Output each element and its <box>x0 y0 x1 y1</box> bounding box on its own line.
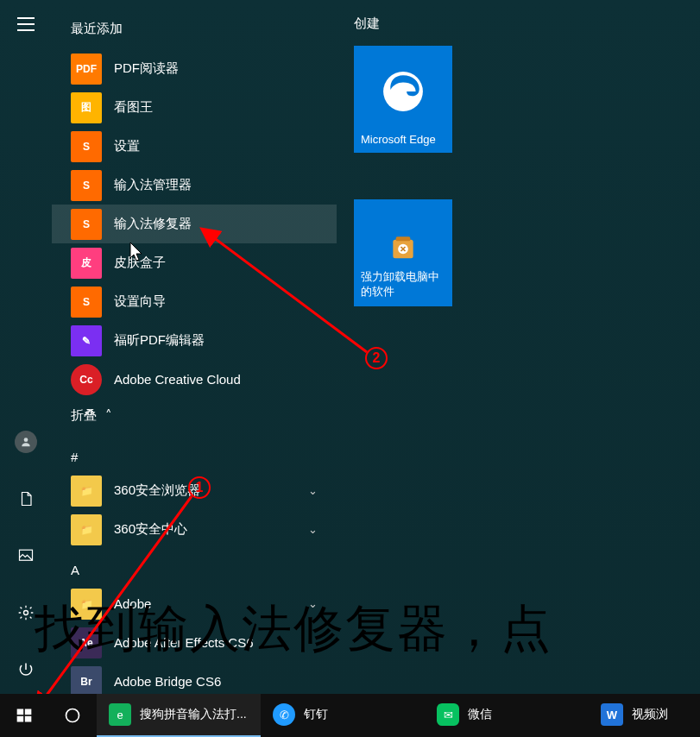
app-label: PDF阅读器 <box>114 60 179 77</box>
app-pdf-reader[interactable]: PDF PDF阅读器 <box>52 49 337 88</box>
chevron-up-icon: ˄ <box>105 407 112 422</box>
svg-rect-8 <box>25 709 32 715</box>
svg-point-2 <box>24 611 28 615</box>
tile-label: Microsoft Edge <box>361 133 436 146</box>
taskbar-app-dingtalk[interactable]: ✆ 钉钉 <box>261 694 425 737</box>
letter-header-hash[interactable]: # <box>52 436 337 471</box>
taskbar: e 搜狗拼音输入法打... ✆ 钉钉 ✉ 微信 W 视频浏 <box>0 694 700 737</box>
app-label: Adobe Bridge CS6 <box>114 674 221 689</box>
chevron-down-icon: ⌄ <box>308 484 318 497</box>
tutorial-caption: 找到输入法修复器，点 <box>35 595 552 663</box>
svg-point-0 <box>24 438 28 442</box>
foxit-icon: ✎ <box>71 325 102 356</box>
svg-rect-10 <box>25 716 32 722</box>
app-setup-wizard[interactable]: S 设置向导 <box>52 282 337 321</box>
sogou-icon: S <box>71 131 102 162</box>
svg-point-11 <box>66 709 79 722</box>
app-adobe-cc[interactable]: Cc Adobe Creative Cloud <box>52 360 337 399</box>
document-icon <box>18 490 34 507</box>
recent-section-label: 最近添加 <box>52 5 337 49</box>
picture-icon <box>17 548 35 564</box>
adobe-cc-icon: Cc <box>71 364 102 395</box>
svg-rect-5 <box>396 237 411 242</box>
app-label: 输入法管理器 <box>114 177 192 193</box>
circle-icon <box>64 707 81 724</box>
sogou-icon: S <box>71 209 102 240</box>
sogou-icon: S <box>71 170 102 201</box>
chevron-down-icon: ⌄ <box>308 523 318 536</box>
taskbar-app-label: 钉钉 <box>304 707 328 722</box>
user-account-button[interactable] <box>9 425 43 459</box>
cortana-button[interactable] <box>48 694 97 737</box>
start-rail <box>0 0 52 694</box>
taskbar-app-label: 视频浏 <box>632 707 668 722</box>
pictures-button[interactable] <box>9 539 43 573</box>
annotation-number-2: 2 <box>365 347 388 369</box>
svg-rect-7 <box>17 709 24 715</box>
kantu-icon: 图 <box>71 92 102 123</box>
start-apps-column: 最近添加 PDF PDF阅读器 图 看图王 S 设置 S 输入法管理器 S 输入… <box>52 0 337 694</box>
app-foxit-pdf[interactable]: ✎ 福昕PDF编辑器 <box>52 321 337 360</box>
app-label: 福昕PDF编辑器 <box>114 332 205 349</box>
collapse-label: 折叠 <box>71 407 97 422</box>
bridge-icon: Br <box>71 666 102 697</box>
hamburger-button[interactable] <box>9 7 43 41</box>
taskbar-app-wps[interactable]: W 视频浏 <box>589 694 680 737</box>
taskbar-app-wechat[interactable]: ✉ 微信 <box>425 694 589 737</box>
app-ime-repair[interactable]: S 输入法修复器 <box>52 205 337 243</box>
tile-uninstall[interactable]: 强力卸载电脑中的软件 <box>354 199 452 306</box>
app-label: 360安全浏览器 <box>114 482 200 499</box>
start-menu-panel: 最近添加 PDF PDF阅读器 图 看图王 S 设置 S 输入法管理器 S 输入… <box>0 0 700 694</box>
app-label: 输入法修复器 <box>114 216 192 232</box>
app-label: 设置向导 <box>114 293 166 310</box>
app-label: 看图王 <box>114 99 153 116</box>
windows-icon <box>16 707 33 724</box>
app-360-safe[interactable]: 📁 360安全中心 ⌄ <box>52 510 337 549</box>
wechat-icon: ✉ <box>437 703 459 726</box>
svg-rect-9 <box>17 716 24 722</box>
documents-button[interactable] <box>9 482 43 516</box>
gear-icon <box>17 604 35 621</box>
pdf-icon: PDF <box>71 54 102 85</box>
app-kantu[interactable]: 图 看图王 <box>52 88 337 127</box>
folder-icon: 📁 <box>71 514 102 545</box>
uninstall-icon <box>386 230 420 267</box>
letter-header-a[interactable]: A <box>52 549 337 584</box>
folder-icon: 📁 <box>71 476 102 507</box>
sogou-taskbar-icon: e <box>109 703 131 726</box>
sogou-icon: S <box>71 287 102 318</box>
skin-icon: 皮 <box>71 248 102 279</box>
wps-icon: W <box>601 703 623 726</box>
tile-label: 强力卸载电脑中的软件 <box>361 270 445 299</box>
start-tiles-column: 创建 Microsoft Edge 强力卸载电脑中的软件 <box>337 0 700 694</box>
app-skin-box[interactable]: 皮 皮肤盒子 <box>52 243 337 282</box>
dingtalk-icon: ✆ <box>273 703 295 726</box>
taskbar-app-label: 微信 <box>468 707 492 722</box>
app-label: Adobe Creative Cloud <box>114 372 241 387</box>
edge-icon <box>382 70 425 116</box>
app-label: 360安全中心 <box>114 521 187 538</box>
tiles-section-label: 创建 <box>354 16 683 32</box>
annotation-number-1: 1 <box>188 476 211 499</box>
collapse-toggle[interactable]: 折叠 ˄ <box>52 399 337 436</box>
app-label: 设置 <box>114 138 140 154</box>
app-sogou-settings[interactable]: S 设置 <box>52 127 337 166</box>
tile-edge[interactable]: Microsoft Edge <box>354 46 452 153</box>
app-label: 皮肤盒子 <box>114 255 166 271</box>
taskbar-app-sogou[interactable]: e 搜狗拼音输入法打... <box>97 694 261 737</box>
taskbar-app-label: 搜狗拼音输入法打... <box>140 707 247 722</box>
user-icon <box>15 431 37 453</box>
start-button[interactable] <box>0 694 48 737</box>
app-ime-manager[interactable]: S 输入法管理器 <box>52 166 337 205</box>
power-icon <box>17 661 35 678</box>
